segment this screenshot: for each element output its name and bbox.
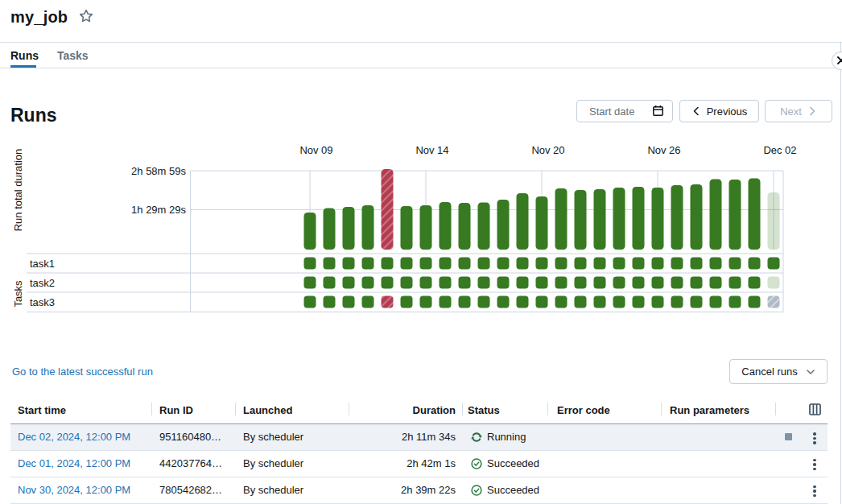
svg-text:task1: task1 <box>30 258 55 270</box>
svg-text:Dec 02: Dec 02 <box>763 144 796 156</box>
svg-text:task2: task2 <box>30 277 55 289</box>
svg-text:Nov 20: Nov 20 <box>531 144 564 156</box>
svg-text:Nov 09: Nov 09 <box>299 144 332 156</box>
svg-text:1h 29m 29s: 1h 29m 29s <box>131 204 186 216</box>
svg-text:task3: task3 <box>30 296 55 308</box>
svg-text:2h 58m 59s: 2h 58m 59s <box>131 165 186 177</box>
svg-text:Nov 26: Nov 26 <box>647 144 680 156</box>
svg-text:Tasks: Tasks <box>12 280 24 308</box>
svg-text:Run total duration: Run total duration <box>12 149 24 232</box>
svg-text:Nov 14: Nov 14 <box>415 144 448 156</box>
